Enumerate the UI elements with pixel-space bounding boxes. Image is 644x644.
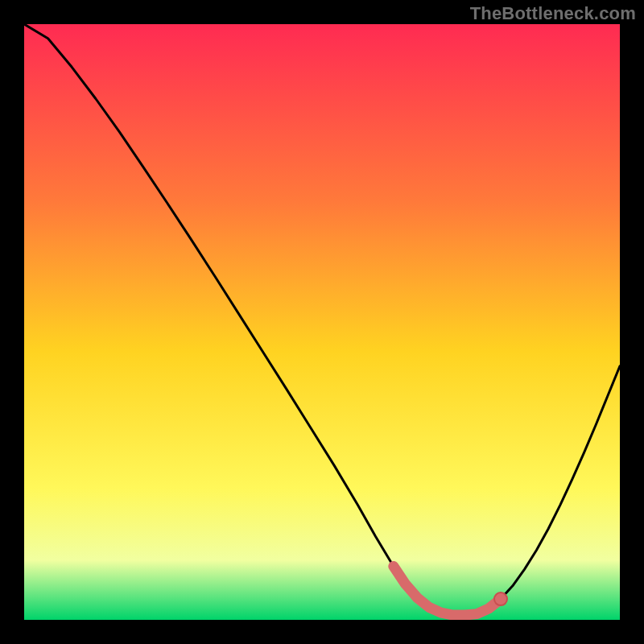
chart-frame: TheBottleneck.com xyxy=(0,0,644,644)
watermark-text: TheBottleneck.com xyxy=(470,3,636,24)
highlight-point xyxy=(494,592,507,605)
gradient-background xyxy=(24,24,620,620)
plot-area xyxy=(24,24,620,620)
bottleneck-chart xyxy=(24,24,620,620)
